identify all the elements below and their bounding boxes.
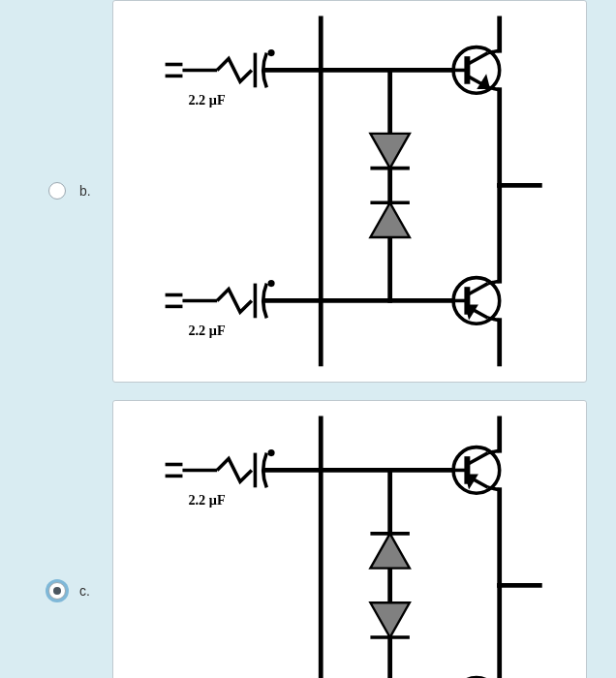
svg-line-35 — [488, 281, 500, 283]
transistor-top-c — [453, 447, 500, 493]
svg-line-66 — [488, 450, 500, 452]
option-c[interactable]: c. 2.2 μF 2.2 μF — [48, 400, 587, 678]
circuit-panel-b: 2.2 μF 2.2 μF — [112, 0, 587, 383]
svg-point-4 — [269, 51, 273, 55]
radio-b[interactable] — [48, 182, 66, 200]
diode-top-c — [370, 534, 409, 569]
transistor-bottom-b — [453, 278, 500, 324]
svg-marker-58 — [370, 534, 409, 569]
svg-marker-21 — [370, 202, 409, 237]
cap-label-b-1: 2.2 μF — [188, 92, 225, 108]
option-b-label: b. — [79, 183, 103, 199]
circuit-panel-c: 2.2 μF 2.2 μF — [112, 400, 587, 678]
svg-point-9 — [269, 282, 273, 286]
radio-c[interactable] — [48, 582, 66, 600]
transistor-top-b — [453, 47, 500, 94]
cap-label-b-2: 2.2 μF — [188, 323, 225, 338]
svg-marker-60 — [370, 602, 409, 637]
option-b[interactable]: b. 2.2 μF 2.2 μF — [48, 0, 587, 383]
svg-line-27 — [488, 50, 500, 52]
diode-bottom-c — [370, 602, 409, 637]
circuit-diagram-b: 2.2 μF 2.2 μF — [119, 7, 580, 376]
svg-line-69 — [488, 487, 500, 489]
svg-marker-19 — [370, 134, 409, 169]
diode-bottom-b — [370, 202, 409, 237]
svg-point-43 — [269, 451, 273, 455]
svg-line-30 — [488, 87, 500, 89]
svg-line-38 — [488, 318, 500, 320]
circuit-diagram-c: 2.2 μF 2.2 μF — [119, 407, 580, 678]
option-c-label: c. — [79, 583, 103, 599]
diode-top-b — [370, 134, 409, 169]
cap-label-c-1: 2.2 μF — [188, 492, 225, 508]
